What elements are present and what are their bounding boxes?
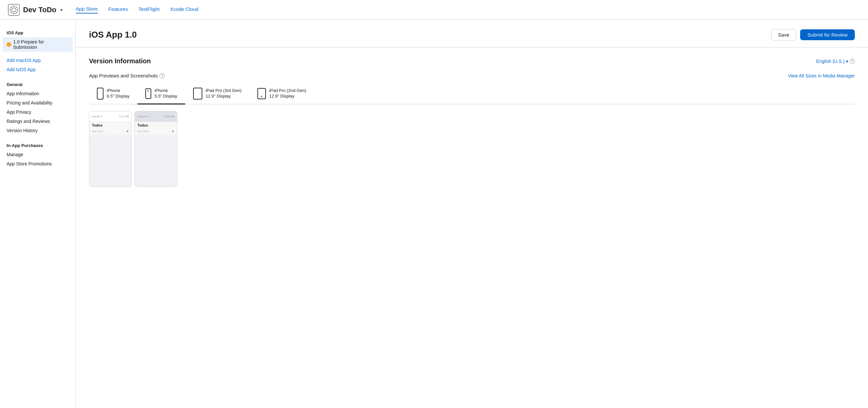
svg-point-1 (12, 8, 16, 12)
phone-65-icon (97, 88, 103, 99)
screenshot-1-separator (89, 135, 131, 135)
tab-ipad-pro-3rd-label: iPad Pro (3rd Gen) 12.9" Display (206, 88, 242, 99)
section-header: Version Information English (U.S.) ▾ ? (89, 57, 855, 65)
tab-ipad-pro-3rd[interactable]: iPad Pro (3rd Gen) 12.9" Display (185, 84, 249, 104)
screenshot-2-title: Todos (135, 122, 177, 128)
screenshots-label: App Previews and Screenshots ? (89, 73, 165, 79)
help-icon[interactable]: ? (849, 59, 855, 64)
layout: iOS App 1.0 Prepare for Submission Add m… (0, 20, 868, 408)
in-app-section-label: In-App Purchases (0, 139, 75, 150)
tab-iphone-65[interactable]: iPhone 6.5" Display (89, 84, 137, 104)
sidebar-item-manage[interactable]: Manage (0, 150, 75, 159)
logo-icon (8, 4, 20, 16)
svg-line-7 (16, 11, 17, 12)
sidebar-item-app-store-promotions[interactable]: App Store Promotions (0, 159, 75, 168)
main-header: iOS App 1.0 Save Submit for Review (76, 20, 868, 48)
tab-ipad-pro-2nd[interactable]: iPad Pro (2nd Gen) 12.9" Display (249, 84, 314, 104)
sidebar-item-ratings[interactable]: Ratings and Reviews (0, 117, 75, 126)
sidebar: iOS App 1.0 Prepare for Submission Add m… (0, 20, 76, 408)
tab-iphone-55[interactable]: iPhone 5.5" Display (137, 84, 185, 104)
screenshot-2-status: Carrier ▾ 3:21 PM (137, 115, 174, 118)
sidebar-item-add-macos[interactable]: Add macOS App (0, 56, 75, 65)
save-button[interactable]: Save (771, 29, 796, 40)
svg-line-9 (11, 11, 12, 12)
tab-iphone-65-label: iPhone 6.5" Display (107, 88, 129, 99)
ios-app-label: iOS App (0, 26, 75, 37)
nav-app-store[interactable]: App Store (76, 6, 98, 13)
screenshot-1-body (89, 136, 131, 187)
header-nav: App Store Features TestFlight Xcode Clou… (76, 6, 198, 13)
header-actions: Save Submit for Review (771, 29, 855, 40)
screenshot-2-add: Add Todo... + (135, 128, 177, 134)
language-selector[interactable]: English (U.S.) ▾ ? (816, 59, 855, 64)
device-tabs: iPhone 6.5" Display iPhone (89, 84, 855, 104)
tab-ipad-pro-2nd-label: iPad Pro (2nd Gen) 12.9" Display (269, 88, 306, 99)
version-label: 1.0 Prepare for Submission (13, 39, 69, 50)
sidebar-item-version[interactable]: 1.0 Prepare for Submission (3, 37, 73, 52)
screenshot-2-body (135, 136, 177, 187)
tablet-2nd-icon (257, 88, 266, 99)
app-name: Dev ToDo (23, 6, 56, 14)
screenshots-label-text: App Previews and Screenshots (89, 73, 157, 79)
general-section-label: General (0, 78, 75, 89)
screenshot-2-separator (135, 135, 177, 135)
screenshots-header: App Previews and Screenshots ? View All … (89, 73, 855, 79)
sidebar-item-add-tvos[interactable]: Add tvOS App (0, 65, 75, 74)
screenshot-1-title: Todos (89, 122, 131, 128)
submit-for-review-button[interactable]: Submit for Review (800, 29, 855, 40)
page-title: iOS App 1.0 (89, 30, 137, 40)
screenshots-help-icon[interactable]: ? (159, 73, 165, 79)
screenshot-previews: Carrier ▾ 3:21 PM Todos Add Todo... + (89, 104, 855, 193)
nav-testflight[interactable]: TestFlight (138, 6, 159, 13)
header-logo: Dev ToDo ▾ (8, 4, 63, 16)
screenshot-card-1: Carrier ▾ 3:21 PM Todos Add Todo... + (89, 111, 132, 187)
nav-features[interactable]: Features (108, 6, 128, 13)
screenshot-1-status: Carrier ▾ 3:21 PM (92, 115, 129, 118)
sidebar-item-pricing[interactable]: Pricing and Availability (0, 98, 75, 107)
tab-iphone-55-label: iPhone 5.5" Display (155, 88, 177, 99)
phone-55-icon (145, 88, 151, 99)
nav-xcode-cloud[interactable]: Xcode Cloud (170, 6, 198, 13)
screenshot-card-2: Carrier ▾ 3:21 PM Todos Add Todo... + (134, 111, 177, 187)
chevron-down-icon[interactable]: ▾ (60, 7, 63, 12)
screenshots-section: App Previews and Screenshots ? View All … (89, 73, 855, 193)
sidebar-item-app-information[interactable]: App Information (0, 89, 75, 98)
chevron-down-icon: ▾ (846, 59, 848, 64)
tablet-3rd-icon (193, 88, 202, 99)
language-label: English (U.S.) (816, 59, 845, 64)
screenshot-2-topbar: Carrier ▾ 3:21 PM (135, 112, 177, 122)
main-body: Version Information English (U.S.) ▾ ? A… (76, 48, 868, 203)
view-all-link[interactable]: View All Sizes in Media Manager (788, 73, 855, 79)
section-title: Version Information (89, 57, 151, 65)
svg-line-6 (11, 7, 12, 8)
sidebar-item-app-privacy[interactable]: App Privacy (0, 107, 75, 117)
screenshot-1-topbar: Carrier ▾ 3:21 PM (89, 112, 131, 122)
app-header: Dev ToDo ▾ App Store Features TestFlight… (0, 0, 868, 20)
main-content: iOS App 1.0 Save Submit for Review Versi… (76, 20, 868, 408)
svg-line-8 (16, 7, 17, 8)
sidebar-item-version-history[interactable]: Version History (0, 126, 75, 135)
badge-icon (7, 42, 11, 47)
screenshot-1-add: Add Todo... + (89, 128, 131, 134)
